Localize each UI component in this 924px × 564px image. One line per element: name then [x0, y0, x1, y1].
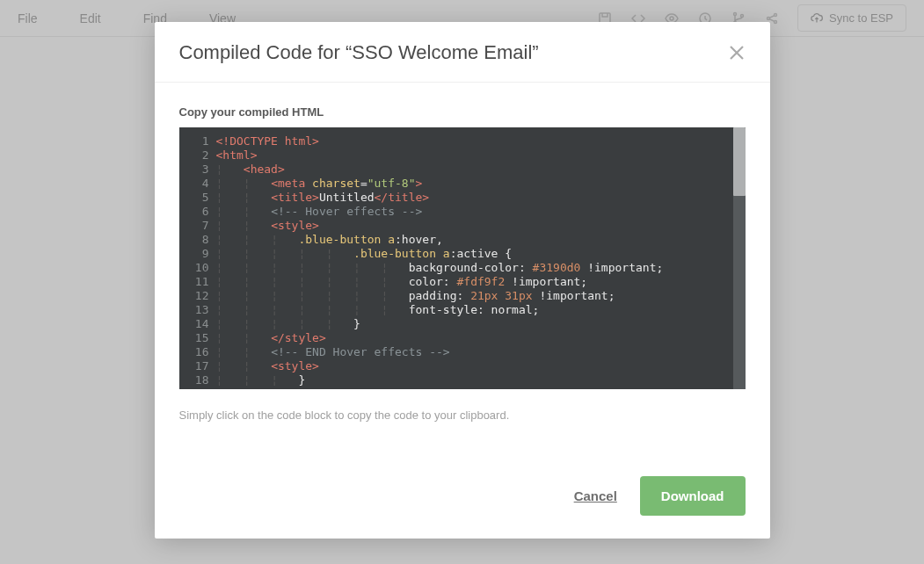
code-content: <!DOCTYPE html> <html> ¦ <head> ¦ ¦ <met…	[216, 127, 746, 389]
modal-overlay: Compiled Code for “SSO Welcome Email” Co…	[0, 0, 924, 564]
code-block[interactable]: 12345678910111213141516171819 <!DOCTYPE …	[179, 127, 746, 389]
copy-html-label: Copy your compiled HTML	[179, 105, 746, 119]
close-icon[interactable]	[728, 44, 746, 61]
modal-footer: Cancel Download	[155, 460, 770, 539]
line-number-gutter: 12345678910111213141516171819	[179, 127, 216, 389]
modal-header: Compiled Code for “SSO Welcome Email”	[155, 22, 770, 83]
copy-hint: Simply click on the code block to copy t…	[179, 409, 746, 422]
download-button[interactable]: Download	[640, 476, 746, 516]
modal-body: Copy your compiled HTML 1234567891011121…	[155, 83, 770, 434]
cancel-button[interactable]: Cancel	[574, 488, 617, 503]
scrollbar-thumb[interactable]	[733, 127, 746, 196]
modal-title: Compiled Code for “SSO Welcome Email”	[179, 41, 539, 64]
scrollbar-track[interactable]	[733, 127, 746, 389]
compiled-code-modal: Compiled Code for “SSO Welcome Email” Co…	[155, 22, 770, 539]
